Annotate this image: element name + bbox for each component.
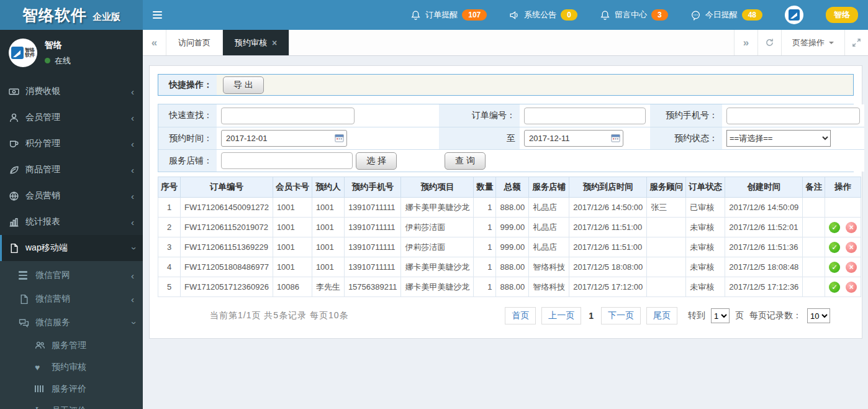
fullscreen-button[interactable]: [844, 30, 868, 55]
table-row: 1 FW1712061450091272 1001 1001 139107111…: [158, 198, 861, 218]
bell-icon: [600, 10, 610, 21]
user-avatar[interactable]: 智络软件: [9, 39, 37, 67]
choose-store-button[interactable]: 选 择: [356, 152, 397, 170]
status-select[interactable]: ==请选择==: [726, 130, 831, 147]
tab-reservation-audit[interactable]: 预约审核 ×: [223, 30, 289, 55]
reject-icon[interactable]: ×: [846, 242, 857, 253]
bar-chart-icon: [9, 217, 25, 227]
order-no-input[interactable]: [524, 108, 646, 124]
approve-icon[interactable]: ✓: [829, 242, 840, 253]
sidebar-item-reports[interactable]: 统计报表 ‹: [0, 209, 143, 235]
file-icon: [19, 294, 35, 305]
approve-icon[interactable]: ✓: [829, 282, 840, 293]
calendar-icon[interactable]: [611, 134, 620, 142]
bell-icon: [410, 10, 421, 21]
sidebar-item-wechat-site[interactable]: 微信官网 ‹: [0, 264, 143, 287]
date-to-input[interactable]: [524, 130, 623, 147]
sidebar-item-marketing[interactable]: 会员营销 ‹: [0, 183, 143, 209]
sidebar-item-staff-review[interactable]: I 员工评价: [0, 400, 143, 409]
reservation-table: 序号 订单编号 会员卡号 预约人 预约手机号 预约项目 数量 总额 服务店铺 预…: [158, 177, 861, 297]
content-area: 快捷操作： 导 出 快速查找： 订单编号： 预约手机号： 预约时间：: [143, 56, 868, 409]
order-reminder-label: 订单提醒: [425, 9, 458, 21]
search-button[interactable]: 查 询: [445, 152, 486, 170]
order-reminder-count: 107: [462, 9, 487, 21]
first-page-button[interactable]: 首页: [505, 307, 536, 324]
italic-i-icon: I: [35, 406, 52, 409]
quick-search-input[interactable]: [221, 108, 355, 124]
phone-input[interactable]: [726, 108, 860, 124]
approve-icon[interactable]: ✓: [829, 222, 840, 233]
reject-icon[interactable]: ×: [846, 262, 857, 273]
chevron-down-icon: ‹: [128, 321, 137, 324]
table-header-row: 序号 订单编号 会员卡号 预约人 预约手机号 预约项目 数量 总额 服务店铺 预…: [158, 177, 861, 198]
expand-icon: [852, 38, 861, 47]
refresh-button[interactable]: [757, 30, 781, 55]
tab-bar: « 访问首页 预约审核 × » 页签操作: [143, 30, 868, 56]
main-area: « 访问首页 预约审核 × » 页签操作: [143, 30, 868, 409]
sidebar-item-service-review[interactable]: 服务评价: [0, 378, 143, 400]
current-page-number: 1: [587, 311, 595, 321]
export-button[interactable]: 导 出: [223, 76, 264, 94]
calendar-icon[interactable]: [335, 134, 344, 142]
sidebar-item-wap[interactable]: wap移动端 ‹: [0, 235, 143, 261]
header-avatar[interactable]: [785, 6, 803, 24]
status-label: 预约状态：: [650, 127, 722, 149]
per-page-select[interactable]: 10: [807, 308, 830, 323]
page-word-label: 页: [735, 310, 744, 321]
next-page-button[interactable]: 下一页: [601, 307, 641, 324]
sidebar-item-cashier[interactable]: 消费收银 ‹: [0, 78, 143, 104]
chevron-left-icon: ‹: [131, 191, 134, 201]
goto-page-select[interactable]: 1: [711, 308, 730, 323]
system-notice-menu[interactable]: 系统公告 0: [509, 9, 577, 21]
today-reminder-menu[interactable]: 今日提醒 48: [690, 9, 762, 21]
sidebar: 智络软件 智络 在线 消费收银 ‹ 会员管理 ‹ 积分管理 ‹: [0, 30, 143, 409]
sidebar-item-goods[interactable]: 商品管理 ‹: [0, 157, 143, 183]
system-notice-label: 系统公告: [524, 9, 556, 21]
app-logo-title: 智络软件: [22, 5, 87, 25]
quick-search-label: 快速查找：: [158, 104, 217, 127]
scroll-tabs-left-button[interactable]: «: [143, 30, 166, 55]
sidebar-item-wechat-marketing[interactable]: 微信营销 ‹: [0, 287, 143, 311]
store-input[interactable]: [221, 152, 353, 169]
table-row: 3 FW1712061151369229 1001 1001 139107111…: [158, 237, 861, 257]
cash-icon: [9, 86, 25, 97]
reject-icon[interactable]: ×: [846, 222, 857, 233]
logo-mark-icon: [11, 47, 24, 59]
reject-icon[interactable]: ×: [846, 282, 857, 293]
time-label: 预约时间：: [158, 127, 217, 149]
wap-submenu: 微信官网 ‹ 微信营销 ‹ 微信服务 ‹ 服务管理 ♥ 预约审核: [0, 261, 143, 409]
order-reminder-menu[interactable]: 订单提醒 107: [410, 9, 487, 21]
prev-page-button[interactable]: 上一页: [541, 307, 581, 324]
sidebar-item-wechat-service[interactable]: 微信服务 ‹: [0, 311, 143, 334]
barcode-icon: [35, 385, 52, 392]
sidebar-toggle-button[interactable]: [143, 0, 171, 30]
refresh-icon: [765, 38, 774, 47]
sidebar-item-members[interactable]: 会员管理 ‹: [0, 104, 143, 131]
file-icon: [9, 243, 25, 254]
last-page-button[interactable]: 尾页: [646, 307, 677, 324]
comments-icon: [19, 318, 35, 328]
reservation-audit-panel: 快捷操作： 导 出 快速查找： 订单编号： 预约手机号： 预约时间：: [149, 65, 862, 339]
scroll-tabs-right-button[interactable]: »: [734, 30, 757, 55]
approve-icon[interactable]: ✓: [829, 262, 840, 273]
actions-cell: ✓×: [825, 277, 861, 297]
navbar: 订单提醒 107 系统公告 0 留言中心 3 今日提醒 48 智络: [143, 0, 868, 30]
message-center-menu[interactable]: 留言中心 3: [600, 9, 668, 21]
actions-cell: ✓×: [825, 257, 861, 277]
tab-home[interactable]: 访问首页: [166, 30, 223, 55]
logo-mark-icon: [789, 9, 800, 21]
globe-icon: [9, 191, 25, 201]
tab-operations-button[interactable]: 页签操作: [781, 30, 844, 55]
close-tab-icon[interactable]: ×: [272, 38, 277, 48]
sidebar-item-service-manage[interactable]: 服务管理: [0, 334, 143, 356]
wechat-service-submenu: 服务管理 ♥ 预约审核 服务评价 I 员工评价: [0, 334, 143, 409]
heart-icon: ♥: [35, 362, 52, 372]
date-from-input[interactable]: [221, 130, 347, 147]
sidebar-item-reservation-audit[interactable]: ♥ 预约审核: [0, 356, 143, 378]
account-button[interactable]: 智络: [826, 7, 858, 23]
order-no-label: 订单编号：: [439, 104, 520, 127]
per-page-label: 每页记录数：: [749, 310, 802, 321]
table-row: 2 FW1712061152019072 1001 1001 139107111…: [158, 218, 861, 237]
app-logo: 智络软件 企业版: [0, 0, 143, 30]
sidebar-item-points[interactable]: 积分管理 ‹: [0, 131, 143, 157]
